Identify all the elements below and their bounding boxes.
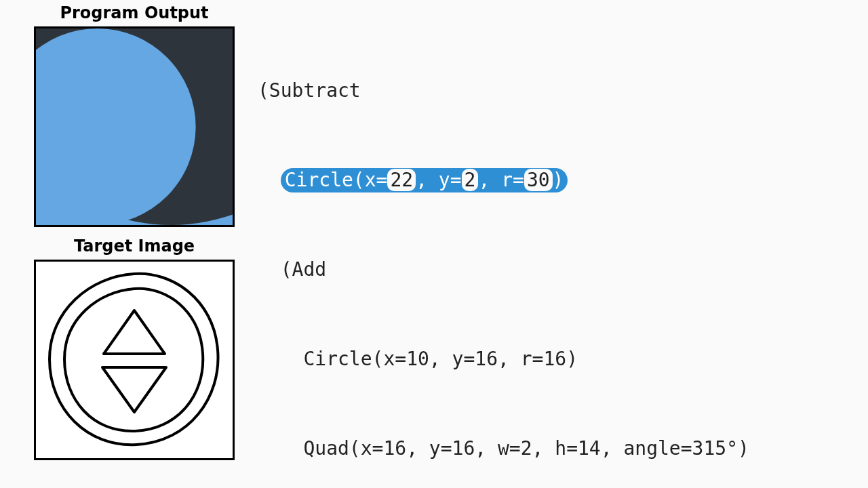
hl-r-value[interactable]: 30: [524, 169, 553, 191]
hl-prefix: Circle(x=: [285, 169, 388, 191]
code-line-3: (Add: [258, 255, 749, 285]
target-svg: [36, 262, 233, 458]
hl-suffix: ): [553, 169, 564, 191]
code-line-4: Circle(x=10, y=16, r=16): [258, 344, 749, 374]
target-image-canvas: [34, 260, 235, 460]
output-title: Program Output: [34, 3, 235, 22]
hl-y-value[interactable]: 2: [462, 169, 479, 191]
hl-x-value[interactable]: 22: [387, 169, 416, 191]
code-line-2: Circle(x=22, y=2, r=30): [258, 165, 749, 195]
code-block: (Subtract Circle(x=22, y=2, r=30) (Add C…: [258, 16, 749, 488]
code-line-1: (Subtract: [258, 76, 749, 106]
code-line-5: Quad(x=16, y=16, w=2, h=14, angle=315°): [258, 434, 749, 464]
output-svg: [36, 28, 233, 225]
program-output-canvas: [34, 26, 235, 227]
svg-point-3: [36, 28, 233, 225]
hl-mid1: , y=: [416, 169, 461, 191]
target-title: Target Image: [34, 237, 235, 256]
highlighted-expression[interactable]: Circle(x=22, y=2, r=30): [281, 168, 568, 192]
hl-mid2: , r=: [478, 169, 524, 191]
